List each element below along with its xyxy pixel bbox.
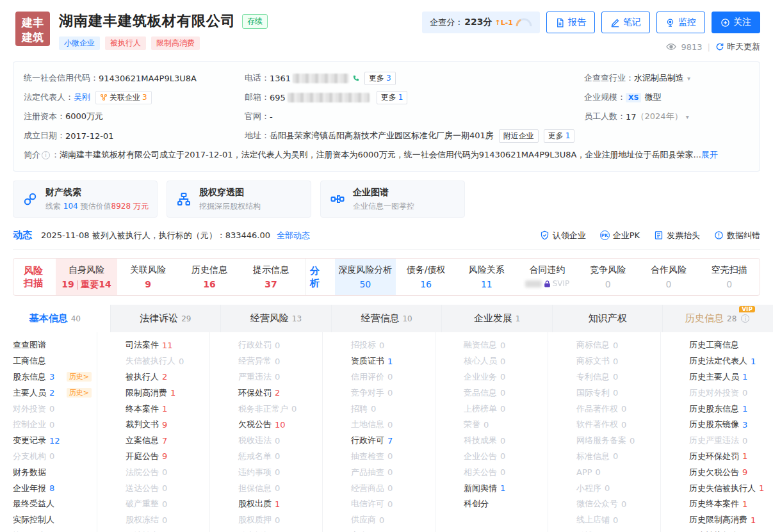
dynamics-action[interactable]: 认领企业	[540, 230, 586, 241]
list-item[interactable]: 企业年报8	[13, 480, 97, 496]
list-item: 荣誉0	[464, 417, 548, 433]
list-item[interactable]: 限制高消费1	[126, 385, 209, 401]
list-item[interactable]: 主要人员2历史>	[13, 385, 97, 401]
dynamics-action[interactable]: 数据纠错	[714, 230, 760, 241]
chevron-down-icon[interactable]: ▾	[686, 113, 689, 120]
tab-历史信息[interactable]: 历史信息28VIPi	[663, 305, 773, 332]
list-item[interactable]: 财务数据	[13, 464, 97, 480]
risk-item[interactable]: 历史信息16	[179, 259, 240, 295]
analysis-item[interactable]: 债务/债权16	[396, 259, 457, 295]
dynamics-action[interactable]: PK企业PK	[600, 230, 640, 241]
list-item[interactable]: 股权出质1	[238, 496, 322, 512]
locked-value: SVIP	[525, 279, 570, 288]
list-item[interactable]: 工商信息	[13, 353, 97, 369]
list-item[interactable]: 开庭公告9	[126, 449, 209, 465]
analysis-item[interactable]: 风险关系11	[456, 259, 517, 295]
intro-expand-link[interactable]: 展开	[701, 149, 718, 161]
list-item-label: 送达公告	[126, 483, 159, 494]
company-tag[interactable]: 被执行人	[105, 36, 146, 50]
list-item[interactable]: 司法案件11	[126, 337, 209, 353]
analysis-item[interactable]: 竞争风险0	[578, 259, 639, 295]
follow-button[interactable]: 关注	[712, 12, 760, 33]
score-box[interactable]: 企查分： 223分 ↑L-1	[422, 12, 540, 33]
equity-chart-card[interactable]: 股权穿透图 挖掘深层股权结构	[167, 181, 311, 218]
analysis-item[interactable]: 合作风险0	[639, 259, 699, 295]
list-item-count: 0	[500, 341, 505, 350]
list-item: 历史严重违法0	[689, 433, 773, 449]
tab-经营风险[interactable]: 经营风险13	[221, 305, 332, 332]
phone-value: 1361	[270, 74, 291, 83]
list-item[interactable]: 科创分	[464, 496, 548, 512]
risk-item[interactable]: 提示信息37	[240, 259, 302, 295]
list-item[interactable]: 历史股东信息1	[689, 401, 773, 417]
list-item[interactable]: 立案信息7	[126, 433, 209, 449]
list-item-count: 0	[742, 436, 747, 446]
scale-badge: XS	[626, 93, 641, 102]
list-item[interactable]: 历史失信被执行人1	[689, 480, 773, 496]
monitor-button[interactable]: 监控	[656, 12, 705, 33]
all-dynamics-link[interactable]: 全部动态	[277, 230, 310, 241]
tab-法律诉讼[interactable]: 法律诉讼29	[111, 305, 222, 332]
list-item[interactable]: 终本案件1	[126, 401, 209, 417]
list-item-count: 0	[379, 515, 384, 525]
history-badge[interactable]: 历史>	[67, 372, 92, 382]
list-item[interactable]: 历史股东镜像3	[689, 417, 773, 433]
chevron-down-icon[interactable]: ▾	[687, 75, 690, 82]
list-item-label: 历史限制高消费	[689, 514, 747, 526]
equity-chart-desc: 挖掘深层股权结构	[199, 201, 261, 212]
list-item[interactable]: 股东信息3历史>	[13, 369, 97, 385]
tab-经营信息[interactable]: 经营信息10	[332, 305, 443, 332]
analysis-item[interactable]: 深度风险分析50	[335, 259, 396, 295]
list-item[interactable]: 最终受益人	[13, 496, 97, 512]
list-item[interactable]: 环保处罚2	[238, 385, 322, 401]
list-item[interactable]: 变更记录12	[13, 433, 97, 449]
list-item[interactable]: 历史环保处罚1	[689, 449, 773, 465]
tab-企业发展[interactable]: 企业发展1	[442, 305, 553, 332]
risk-scan-panel: 风险扫描 自身风险19|重要14关联风险9历史信息16提示信息37 分析 深度风…	[13, 258, 760, 296]
list-item[interactable]: 被执行人2	[126, 369, 209, 385]
claim-shield-icon	[540, 230, 549, 240]
intro-colon: ：	[51, 149, 60, 161]
list-item[interactable]: 资质证书1	[351, 353, 435, 369]
address-more-button[interactable]: 更多1	[544, 129, 575, 143]
list-item[interactable]: 欠税公告10	[238, 417, 322, 433]
company-tag[interactable]: 小微企业	[59, 36, 100, 50]
list-item[interactable]: 实际控制人	[13, 512, 97, 528]
list-item[interactable]: 查查图谱	[13, 337, 97, 353]
company-tag[interactable]: 限制高消费	[151, 36, 200, 50]
update-refresh[interactable]: 昨天更新	[715, 41, 760, 52]
history-badge[interactable]: 历史>	[67, 388, 92, 398]
list-item[interactable]: 历史终本案件1	[689, 496, 773, 512]
asset-clue-card[interactable]: 财产线索 线索 104 预估价值8928 万元	[13, 181, 158, 218]
analysis-item[interactable]: 合同违约SVIP	[517, 259, 578, 295]
tab-基本信息[interactable]: 基本信息40	[0, 305, 111, 332]
legal-rep-link[interactable]: 吴刚	[74, 92, 90, 103]
nearby-companies-button[interactable]: 附近企业	[499, 129, 539, 143]
list-item[interactable]: 裁判文书9	[126, 417, 209, 433]
list-item[interactable]: 历史被执行人4	[689, 528, 773, 532]
analysis-item[interactable]: 空壳扫描0	[699, 259, 760, 295]
report-button[interactable]: 报告	[546, 12, 595, 33]
list-item: 招投标0	[351, 337, 435, 353]
dynamics-action[interactable]: 发票抬头	[654, 230, 700, 241]
risk-item[interactable]: 自身风险19|重要14	[56, 259, 117, 295]
refresh-icon	[715, 42, 724, 51]
list-item[interactable]: 新闻舆情1	[464, 480, 548, 496]
list-item-label: 企业业务	[464, 371, 497, 383]
related-companies-button[interactable]: 关联企业 3	[95, 91, 152, 104]
note-button[interactable]: 笔记	[601, 12, 650, 33]
list-item: 协同股东0	[13, 528, 97, 532]
list-item[interactable]: 历史主要人员1	[689, 369, 773, 385]
tab-知识产权[interactable]: 知识产权	[553, 305, 663, 332]
list-item[interactable]: 历史限制高消费1	[689, 512, 773, 528]
list-item[interactable]: 历史欠税公告9	[689, 464, 773, 480]
list-item[interactable]: 行政许可7	[351, 433, 435, 449]
scale-value: 微型	[644, 92, 661, 103]
company-graph-card[interactable]: 企业图谱 企业信息一图掌控	[320, 181, 465, 218]
section-link-grid: 查查图谱工商信息股东信息3历史>主要人员2历史>对外投资0控制企业0变更记录12…	[0, 332, 773, 532]
phone-more-button[interactable]: 更多3	[364, 72, 396, 85]
list-item[interactable]: 历史法定代表人1	[689, 353, 773, 369]
list-item[interactable]: 历史工商信息	[689, 337, 773, 353]
email-more-button[interactable]: 更多1	[377, 91, 408, 104]
risk-item[interactable]: 关联风险9	[117, 259, 179, 295]
